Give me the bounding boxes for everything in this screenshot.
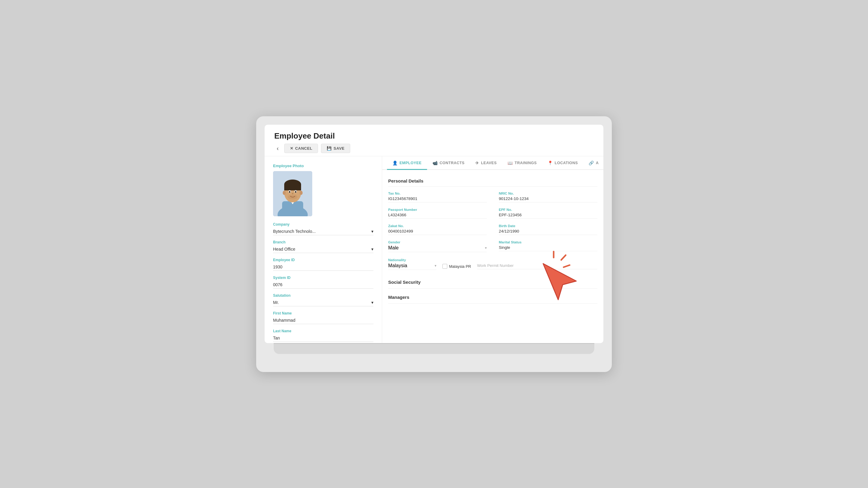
first-name-value[interactable]: Muhammad <box>273 317 373 324</box>
leaves-tab-icon: ✈ <box>475 161 479 165</box>
cancel-button[interactable]: ✕ CANCEL <box>284 144 318 153</box>
marital-status-field: Marital Status Single <box>499 240 597 252</box>
svg-point-8 <box>283 191 286 195</box>
tabs-bar: 👤 EMPLOYEE 📹 CONTRACTS ✈ LEAVES 📖 TRAINI… <box>382 156 603 170</box>
system-id-field: System ID 0076 <box>273 275 373 289</box>
gender-chevron-icon: ▾ <box>485 246 487 250</box>
birth-date-value[interactable]: 24/12/1990 <box>499 229 597 235</box>
save-disk-icon: 💾 <box>327 146 332 151</box>
branch-select[interactable]: Head Office ▾ <box>273 246 373 253</box>
last-name-value[interactable]: Tan <box>273 334 373 342</box>
page-title: Employee Detail <box>274 131 594 141</box>
malaysia-pr-checkbox[interactable] <box>442 264 447 269</box>
tax-no-value[interactable]: IG12345678901 <box>388 196 487 202</box>
trainings-tab-icon: 📖 <box>507 161 513 165</box>
content-area: Employee Photo <box>265 156 603 343</box>
toolbar: ‹ ✕ CANCEL 💾 SAVE <box>274 144 594 153</box>
svg-rect-7 <box>284 184 301 190</box>
salutation-chevron-icon: ▾ <box>371 300 373 305</box>
page-header: Employee Detail ‹ ✕ CANCEL 💾 SAVE <box>265 125 603 156</box>
contracts-tab-icon: 📹 <box>433 161 438 165</box>
left-panel: Employee Photo <box>265 156 382 343</box>
locations-tab-icon: 📍 <box>548 161 553 165</box>
tab-trainings[interactable]: 📖 TRAININGS <box>502 156 542 170</box>
back-button[interactable]: ‹ <box>274 144 281 153</box>
laptop-container: Employee Detail ‹ ✕ CANCEL 💾 SAVE Employ… <box>256 116 612 372</box>
tax-no-field: Tax No. IG12345678901 <box>388 192 487 202</box>
last-name-field: Last Name Tan <box>273 329 373 342</box>
svg-point-12 <box>289 191 290 193</box>
tab-locations[interactable]: 📍 LOCATIONS <box>542 156 584 170</box>
nationality-section: Nationality Malaysia ▾ Malaysia PR Work … <box>388 258 597 270</box>
employee-tab-icon: 👤 <box>393 161 398 165</box>
photo-label: Employee Photo <box>273 164 373 168</box>
company-field: Company Bytecrunch Technolo... ▾ <box>273 222 373 235</box>
managers-header[interactable]: Managers <box>388 291 597 304</box>
right-panel: 👤 EMPLOYEE 📹 CONTRACTS ✈ LEAVES 📖 TRAINI… <box>382 156 603 343</box>
screen: Employee Detail ‹ ✕ CANCEL 💾 SAVE Employ… <box>265 125 603 343</box>
branch-field: Branch Head Office ▾ <box>273 240 373 253</box>
nationality-select[interactable]: Malaysia ▾ <box>388 263 436 270</box>
gender-field: Gender Male ▾ <box>388 240 487 252</box>
employee-id-value[interactable]: 1930 <box>273 263 373 271</box>
zakat-no-field: Zakat No. 00400102499 <box>388 224 487 235</box>
tab-more[interactable]: 🔗 A <box>583 156 603 170</box>
passport-field: Passport Number L4324366 <box>388 208 487 219</box>
passport-value[interactable]: L4324366 <box>388 213 487 219</box>
epf-no-field: EPF No. EPF-123456 <box>499 208 597 219</box>
zakat-no-value[interactable]: 00400102499 <box>388 229 487 235</box>
tab-leaves[interactable]: ✈ LEAVES <box>470 156 502 170</box>
company-select[interactable]: Bytecrunch Technolo... ▾ <box>273 228 373 235</box>
save-button[interactable]: 💾 SAVE <box>321 144 350 153</box>
branch-chevron-icon: ▾ <box>371 247 373 252</box>
tab-content-employee: Personal Details Tax No. IG12345678901 N… <box>382 170 603 343</box>
svg-point-13 <box>295 191 297 193</box>
employee-id-field: Employee ID 1930 <box>273 258 373 271</box>
tab-employee[interactable]: 👤 EMPLOYEE <box>387 156 427 170</box>
nationality-chevron-icon: ▾ <box>435 264 436 268</box>
svg-point-9 <box>300 191 303 195</box>
birth-date-field: Birth Date 24/12/1990 <box>499 224 597 235</box>
laptop-keyboard <box>274 343 594 354</box>
tab-contracts[interactable]: 📹 CONTRACTS <box>427 156 470 170</box>
malaysia-pr-checkbox-label[interactable]: Malaysia PR <box>442 264 471 269</box>
salutation-field: Salutation Mr. ▾ <box>273 293 373 306</box>
cancel-x-icon: ✕ <box>290 146 293 151</box>
personal-details-grid: Tax No. IG12345678901 NRIC No. 901224-10… <box>388 192 597 252</box>
personal-details-header[interactable]: Personal Details <box>388 175 597 187</box>
company-chevron-icon: ▾ <box>371 229 373 234</box>
gender-select[interactable]: Male ▾ <box>388 245 487 252</box>
marital-status-value[interactable]: Single <box>499 245 597 251</box>
nric-no-field: NRIC No. 901224-10-1234 <box>499 192 597 202</box>
social-security-header[interactable]: Social Security <box>388 276 597 289</box>
first-name-field: First Name Muhammad <box>273 311 373 324</box>
nric-no-value[interactable]: 901224-10-1234 <box>499 196 597 202</box>
more-tab-icon: 🔗 <box>589 161 594 165</box>
svg-point-14 <box>288 195 298 199</box>
salutation-select[interactable]: Mr. ▾ <box>273 299 373 306</box>
epf-no-value[interactable]: EPF-123456 <box>499 213 597 219</box>
system-id-value[interactable]: 0076 <box>273 281 373 289</box>
employee-photo <box>273 171 312 216</box>
